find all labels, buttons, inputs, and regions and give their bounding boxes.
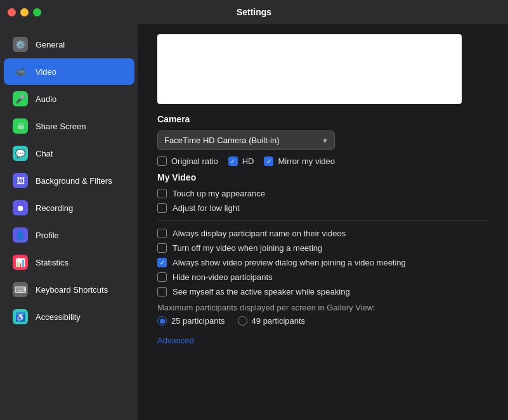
sidebar-item-accessibility[interactable]: ♿Accessibility (4, 303, 134, 330)
chat-icon: 💬 (13, 146, 28, 161)
sidebar-label-recording: Recording (36, 203, 73, 213)
option-checkbox-0[interactable] (157, 229, 167, 238)
hd-label: HD (242, 156, 254, 166)
my-video-label: My Video (157, 172, 489, 182)
touch-up-label: Touch up my appearance (173, 189, 265, 198)
sidebar-label-audio: Audio (36, 94, 56, 104)
adjust-low-light-checkbox[interactable] (157, 203, 167, 213)
sidebar-label-chat: Chat (36, 149, 53, 158)
49-participants-radio[interactable] (238, 316, 247, 326)
option-label-0: Always display participant name on their… (173, 229, 346, 238)
adjust-low-light-label: Adjust for low light (173, 203, 240, 213)
main-content: ⚙️General📹Video🎤Audio🖥Share Screen💬Chat🖼… (0, 24, 508, 420)
25-participants-radio[interactable] (157, 316, 167, 326)
recording-icon: ⏺ (13, 200, 28, 215)
sidebar-label-keyboard: Keyboard Shortcuts (36, 285, 108, 295)
original-ratio-group: Original ratio (157, 156, 218, 166)
option-label-2: Always show video preview dialog when jo… (173, 258, 406, 267)
option-label-3: Hide non-video participants (173, 272, 273, 282)
option-checkbox-1[interactable] (157, 243, 167, 253)
hd-checkbox[interactable] (228, 156, 238, 166)
option-checkbox-3[interactable] (157, 272, 167, 282)
option-label-4: See myself as the active speaker while s… (173, 287, 350, 296)
share-screen-icon: 🖥 (13, 118, 28, 134)
option-checkbox-4[interactable] (157, 287, 167, 296)
sidebar-item-share-screen[interactable]: 🖥Share Screen (4, 113, 134, 139)
close-button[interactable] (8, 8, 16, 16)
touch-up-row: Touch up my appearance (157, 189, 489, 198)
original-ratio-label: Original ratio (171, 156, 218, 166)
mirror-group: Mirror my video (264, 156, 335, 166)
camera-dropdown[interactable]: FaceTime HD Camera (Built-in) (157, 130, 335, 150)
window-title: Settings (237, 7, 271, 17)
option-row-3: Hide non-video participants (157, 272, 489, 282)
option-label-1: Turn off my video when joining a meeting (173, 243, 322, 253)
general-icon: ⚙️ (13, 37, 28, 52)
background-icon: 🖼 (13, 173, 28, 188)
sidebar-label-background: Background & Filters (36, 176, 112, 186)
sidebar-label-general: General (36, 40, 65, 49)
option-row-4: See myself as the active speaker while s… (157, 287, 489, 296)
sidebar-item-audio[interactable]: 🎤Audio (4, 86, 134, 112)
traffic-lights (8, 8, 41, 16)
49-participants-group: 49 participants (238, 316, 306, 326)
my-video-section: My Video Touch up my appearance Adjust f… (157, 172, 489, 213)
camera-section-label: Camera (157, 114, 489, 124)
touch-up-checkbox[interactable] (157, 189, 167, 198)
sidebar-label-accessibility: Accessibility (36, 312, 81, 322)
options-list: Always display participant name on their… (157, 229, 489, 296)
mirror-label: Mirror my video (278, 156, 335, 166)
sidebar: ⚙️General📹Video🎤Audio🖥Share Screen💬Chat🖼… (0, 24, 138, 420)
sidebar-item-profile[interactable]: 👤Profile (4, 222, 134, 248)
sidebar-item-background[interactable]: 🖼Background & Filters (4, 167, 134, 194)
mirror-checkbox[interactable] (264, 156, 273, 166)
adjust-low-light-row: Adjust for low light (157, 203, 489, 213)
advanced-link[interactable]: Advanced (157, 336, 194, 345)
option-row-1: Turn off my video when joining a meeting (157, 243, 489, 253)
sidebar-item-keyboard[interactable]: ⌨Keyboard Shortcuts (4, 276, 134, 303)
sidebar-item-statistics[interactable]: 📊Statistics (4, 249, 134, 276)
49-participants-label: 49 participants (252, 316, 306, 326)
audio-icon: 🎤 (13, 91, 28, 106)
option-checkbox-2[interactable] (157, 258, 167, 267)
content-area: Camera FaceTime HD Camera (Built-in) ▼ O… (138, 24, 508, 420)
camera-options-row: Original ratio HD Mirror my video (157, 156, 489, 166)
gallery-radio-row: 25 participants 49 participants (157, 316, 489, 326)
statistics-icon: 📊 (13, 255, 28, 270)
sidebar-item-chat[interactable]: 💬Chat (4, 140, 134, 167)
profile-icon: 👤 (13, 227, 28, 243)
title-bar: Settings (0, 0, 508, 24)
keyboard-icon: ⌨ (13, 282, 28, 297)
25-participants-label: 25 participants (171, 316, 225, 326)
video-icon: 📹 (13, 64, 28, 79)
accessibility-icon: ♿ (13, 309, 28, 324)
sidebar-label-video: Video (36, 67, 56, 77)
video-preview (157, 34, 462, 104)
gallery-view-label: Maximum participants displayed per scree… (157, 303, 489, 312)
sidebar-label-statistics: Statistics (36, 258, 68, 267)
camera-dropdown-container: FaceTime HD Camera (Built-in) ▼ (157, 130, 335, 150)
option-row-0: Always display participant name on their… (157, 229, 489, 238)
hd-group: HD (228, 156, 254, 166)
divider (157, 220, 489, 221)
original-ratio-checkbox[interactable] (157, 156, 167, 166)
sidebar-label-profile: Profile (36, 231, 59, 240)
maximize-button[interactable] (33, 8, 41, 16)
option-row-2: Always show video preview dialog when jo… (157, 258, 489, 267)
sidebar-item-general[interactable]: ⚙️General (4, 31, 134, 58)
sidebar-item-video[interactable]: 📹Video (4, 58, 134, 85)
25-participants-group: 25 participants (157, 316, 225, 326)
sidebar-label-share-screen: Share Screen (36, 122, 86, 131)
sidebar-item-recording[interactable]: ⏺Recording (4, 194, 134, 221)
minimize-button[interactable] (20, 8, 29, 16)
